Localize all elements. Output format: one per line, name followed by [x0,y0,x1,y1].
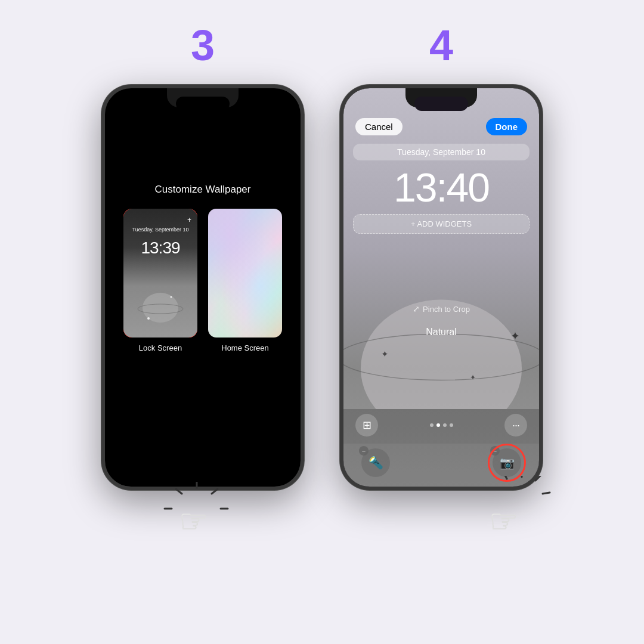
svg-text:✦: ✦ [470,374,476,381]
hand-cursor-step3: ☞ [161,482,233,544]
notch [176,97,230,111]
step4-side-btn-power [541,184,543,231]
home-screen-card[interactable] [207,208,283,339]
side-btn-power [303,184,304,231]
svg-line-18 [543,493,550,494]
svg-text:☞: ☞ [179,503,208,540]
torch-minus-icon: − [359,446,369,456]
step-3-screen: Customize Wallpaper + Tuesday, September… [105,88,301,487]
svg-line-7 [176,489,182,494]
camera-button-wrapper: − 📷 [493,448,521,477]
step-3-phone: Customize Wallpaper + Tuesday, September… [101,85,304,490]
step4-side-btn-vol-up [340,175,341,205]
gallery-icon: ⊞ [363,419,371,432]
filter-natural-label: Natural [426,327,457,338]
lock-screen-small-date: Tuesday, September 10 [123,227,197,233]
dot-3 [443,423,447,427]
bottom-controls: ⊞ ··· [343,409,539,444]
add-widgets-button[interactable]: + ADD WIDGETS [353,214,530,234]
step-4-number: 4 [429,24,453,67]
step-3-number: 3 [191,24,215,67]
step-4-screen: Cancel Done Tuesday, September 10 13:40 … [343,88,539,487]
crop-icon: ⤢ [413,304,420,314]
customize-wallpaper-label: Customize Wallpaper [155,184,251,196]
cancel-button[interactable]: Cancel [355,118,402,135]
svg-text:✦: ✦ [381,349,389,359]
torch-icon: 🔦 [369,456,383,470]
step4-side-btn-vol-down [340,213,341,243]
side-btn-vol-down [101,213,103,243]
main-container: 3 Customize Wallpaper [0,0,644,644]
side-btn-vol-up [101,175,103,205]
date-widget[interactable]: Tuesday, September 10 [353,144,530,160]
hand-cursor-step4: ☞ [483,476,561,544]
lock-screen-label: Lock Screen [122,343,199,352]
done-button[interactable]: Done [486,118,528,135]
add-widgets-label: + ADD WIDGETS [411,219,472,228]
homescreen-bg [208,209,282,338]
dot-4 [450,423,453,427]
step-3-phone-wrapper: Customize Wallpaper + Tuesday, September… [101,85,304,490]
torch-button[interactable]: − 🔦 [361,448,390,477]
lock-screen-card[interactable]: + Tuesday, September 10 13:39 [122,208,199,339]
svg-point-3 [171,296,172,298]
lock-screen-planet [137,284,184,326]
step-4: 4 Cancel Done Tu [340,24,543,490]
home-screen-label: Home Screen [207,343,283,352]
more-button[interactable]: ··· [504,414,527,436]
click-lines-step3: ☞ [161,482,233,541]
step-4-phone: Cancel Done Tuesday, September 10 13:40 … [340,85,543,490]
gallery-icon-btn[interactable]: ⊞ [355,414,378,436]
svg-line-5 [212,489,218,494]
page-dots [430,423,453,427]
lock-screen-small-time: 13:39 [123,239,197,258]
click-lines-step4: ☞ [483,476,561,541]
svg-text:✦: ✦ [510,330,520,342]
step-3: 3 Customize Wallpaper [101,24,304,490]
svg-text:☞: ☞ [489,503,518,540]
dot-2 [436,423,440,427]
phone3-background: Customize Wallpaper + Tuesday, September… [105,88,301,487]
lock-screen-plus-icon: + [187,216,191,224]
step-4-phone-wrapper: Cancel Done Tuesday, September 10 13:40 … [340,85,543,490]
step4-side-btn-mute [340,148,341,166]
wallpaper-options: + Tuesday, September 10 13:39 [110,208,295,352]
svg-line-15 [504,476,507,479]
phone4-background: Cancel Done Tuesday, September 10 13:40 … [343,88,539,487]
step4-notch [414,97,468,111]
time-display[interactable]: 13:40 [343,164,539,210]
planet-illustration: ✦ ✦ ✦ [343,236,539,409]
dot-1 [430,423,434,427]
wallpaper-preview: ✦ ✦ ✦ ⤢ Pinch to Crop Natural [343,236,539,409]
side-btn-mute [101,148,103,166]
svg-point-2 [147,317,150,320]
pinch-to-crop-label: ⤢ Pinch to Crop [413,304,470,314]
svg-line-17 [535,476,540,481]
